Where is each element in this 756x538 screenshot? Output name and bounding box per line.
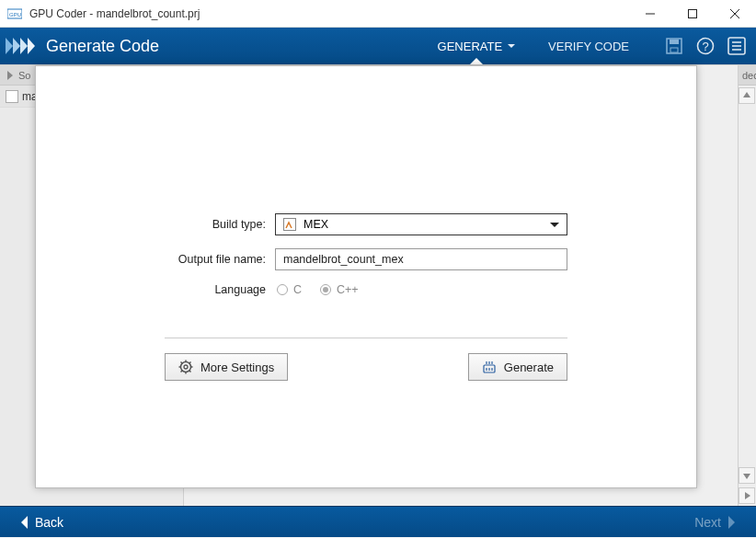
- more-settings-button[interactable]: More Settings: [165, 353, 288, 381]
- language-c-radio[interactable]: C: [277, 283, 302, 296]
- save-icon[interactable]: [664, 36, 684, 56]
- chevron-down-icon: [550, 223, 559, 232]
- svg-marker-7: [13, 38, 20, 54]
- output-file-input[interactable]: [275, 248, 567, 270]
- title-bar: GPU GPU Coder - mandelbrot_count.prj: [0, 0, 756, 28]
- language-cpp-radio[interactable]: C++: [320, 283, 359, 296]
- back-button[interactable]: Back: [15, 515, 63, 530]
- wizard-chevrons-icon: [6, 34, 42, 58]
- tab-verify-code[interactable]: VERIFY CODE: [532, 28, 646, 64]
- content-area: So ma dec Build type: MEX Output file na…: [0, 64, 756, 506]
- svg-rect-11: [670, 40, 679, 44]
- app-header: Generate Code GENERATE VERIFY CODE ?: [0, 28, 756, 64]
- gear-icon: [178, 360, 193, 374]
- language-cpp-label: C++: [337, 283, 359, 296]
- radio-icon: [277, 284, 288, 295]
- scroll-up-button[interactable]: [739, 87, 755, 104]
- minimize-button[interactable]: [629, 0, 671, 28]
- chevron-down-icon: [508, 44, 515, 52]
- tab-verify-label: VERIFY CODE: [548, 40, 629, 53]
- svg-marker-20: [743, 92, 750, 97]
- build-icon: [482, 360, 497, 374]
- main-panel: Build type: MEX Output file name: Langua…: [35, 65, 697, 488]
- divider: [165, 338, 567, 338]
- language-c-label: C: [293, 283, 302, 296]
- close-button[interactable]: [714, 0, 756, 28]
- generate-button[interactable]: Generate: [468, 353, 567, 381]
- next-label: Next: [694, 515, 721, 530]
- generate-label: Generate: [504, 361, 554, 374]
- svg-rect-12: [670, 48, 678, 52]
- svg-marker-21: [743, 474, 750, 479]
- window-title: GPU Coder - mandelbrot_count.prj: [29, 7, 629, 20]
- svg-marker-22: [745, 492, 750, 499]
- next-button: Next: [694, 515, 741, 530]
- menu-icon[interactable]: [727, 36, 747, 56]
- svg-text:GPU: GPU: [9, 12, 21, 17]
- svg-marker-6: [6, 38, 13, 54]
- back-label: Back: [35, 515, 63, 530]
- svg-point-24: [184, 365, 188, 369]
- svg-marker-9: [28, 38, 35, 54]
- svg-line-32: [181, 371, 183, 372]
- svg-line-31: [189, 362, 191, 364]
- svg-line-30: [189, 371, 191, 372]
- help-icon[interactable]: ?: [695, 36, 716, 56]
- svg-marker-8: [20, 38, 28, 54]
- arrow-left-icon: [15, 516, 28, 529]
- tab-generate[interactable]: GENERATE: [421, 28, 533, 64]
- form-area: Build type: MEX Output file name: Langua…: [165, 213, 567, 309]
- build-type-value: MEX: [304, 218, 328, 231]
- page-title: Generate Code: [46, 37, 421, 56]
- more-settings-label: More Settings: [200, 361, 274, 374]
- window-controls: [629, 0, 756, 28]
- tab-generate-label: GENERATE: [438, 40, 503, 53]
- build-type-select[interactable]: MEX: [275, 213, 567, 235]
- right-gutter-header: dec: [739, 65, 756, 86]
- scroll-right-button[interactable]: [739, 487, 755, 504]
- scroll-down-button[interactable]: [739, 467, 755, 484]
- arrow-right-icon: [728, 516, 741, 529]
- svg-line-29: [181, 362, 183, 364]
- footer: Back Next: [0, 506, 756, 537]
- mex-icon: [283, 218, 296, 231]
- output-file-label: Output file name:: [165, 253, 275, 266]
- file-icon: [6, 90, 18, 103]
- sidebar-header-label: So: [18, 70, 30, 81]
- build-type-label: Build type:: [165, 218, 275, 231]
- app-icon: GPU: [6, 6, 24, 21]
- svg-marker-19: [7, 71, 13, 80]
- svg-text:?: ?: [703, 40, 709, 53]
- language-label: Language: [165, 283, 275, 296]
- svg-rect-3: [689, 9, 697, 17]
- radio-icon: [320, 284, 331, 295]
- right-gutter: dec: [738, 65, 756, 506]
- maximize-button[interactable]: [671, 0, 714, 28]
